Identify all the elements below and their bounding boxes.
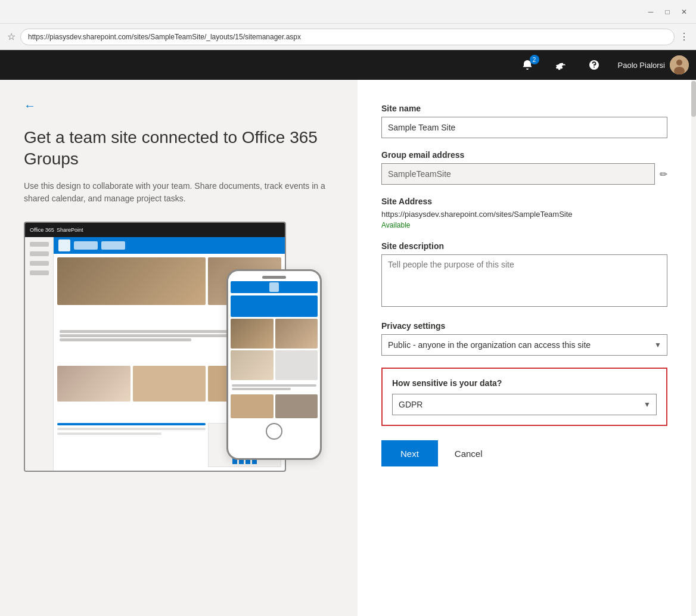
- minimize-button[interactable]: ─: [646, 7, 655, 17]
- privacy-select[interactable]: Public - anyone in the organization can …: [381, 334, 667, 356]
- site-name-input[interactable]: [381, 117, 667, 138]
- phone-header: [231, 281, 318, 293]
- back-button[interactable]: ←: [24, 99, 36, 113]
- phone-screen: [228, 281, 320, 418]
- phone-nav-logo: [269, 282, 279, 292]
- site-description-textarea[interactable]: [381, 254, 667, 307]
- settings-button[interactable]: [544, 50, 577, 80]
- panel-description: Use this design to collaborate with your…: [24, 180, 334, 205]
- mockup-titlebar: Office 365 SharePoint: [25, 223, 285, 237]
- privacy-label: Privacy settings: [381, 321, 667, 331]
- mockup-sidebar-item: [30, 270, 49, 275]
- main-layout: ← Get a team site connected to Office 36…: [0, 80, 696, 616]
- maximize-button[interactable]: □: [663, 7, 672, 17]
- mockup-sidebar-item: [30, 251, 49, 256]
- top-navigation: 2 Paolo Pialorsi: [0, 50, 696, 80]
- avatar: [670, 55, 689, 74]
- mockup-sidebar-item: [30, 242, 49, 247]
- mockup-card-img3: [57, 366, 130, 402]
- privacy-select-wrap: Public - anyone in the organization can …: [381, 334, 667, 356]
- site-address-label: Site Address: [381, 197, 667, 206]
- email-group: Group email address ✏: [381, 150, 667, 185]
- phone-card: [231, 394, 274, 418]
- sensitive-label: How sensitive is your data?: [392, 378, 657, 388]
- site-name-label: Site name: [381, 104, 667, 113]
- email-input-wrap: [381, 163, 655, 185]
- address-bar-input[interactable]: [20, 29, 675, 45]
- phone-home-button: [266, 423, 282, 440]
- scrollbar[interactable]: [691, 80, 696, 616]
- mockup-text-line: [60, 334, 235, 337]
- phone-text-area: [231, 382, 318, 393]
- address-bar-row: ☆ ⋮: [0, 24, 696, 50]
- scroll-thumb[interactable]: [691, 81, 696, 117]
- browser-menu-icon[interactable]: ⋮: [679, 31, 689, 42]
- mockup-header-box: [74, 241, 98, 250]
- phone-card-img1: [231, 319, 274, 349]
- next-button[interactable]: Next: [381, 440, 438, 466]
- user-name-label: Paolo Pialorsi: [618, 61, 666, 70]
- help-button[interactable]: [577, 50, 611, 80]
- available-badge: Available: [381, 221, 667, 229]
- mockup-office-label: Office 365: [30, 227, 54, 233]
- email-row: ✏: [381, 163, 667, 185]
- site-description-group: Site description: [381, 241, 667, 309]
- phone-card-img3: [231, 350, 274, 380]
- mockup-logo: [58, 239, 70, 251]
- mockup-sharepoint-label: SharePoint: [57, 227, 83, 233]
- email-label: Group email address: [381, 150, 667, 160]
- bookmark-icon[interactable]: ☆: [7, 31, 15, 42]
- mockup-chart-bar: [57, 428, 206, 430]
- phone-mockup: [226, 269, 322, 460]
- browser-chrome: ─ □ ✕: [0, 0, 696, 24]
- cancel-button[interactable]: Cancel: [445, 440, 492, 466]
- phone-text-line: [232, 384, 316, 387]
- phone-card: [275, 394, 318, 418]
- site-description-label: Site description: [381, 241, 667, 251]
- panel-title: Get a team site connected to Office 365 …: [24, 127, 334, 170]
- sensitive-select[interactable]: GDPRConfidentialInternal: [392, 394, 657, 415]
- site-name-group: Site name: [381, 104, 667, 138]
- user-area[interactable]: Paolo Pialorsi: [611, 55, 697, 74]
- sensitive-section: How sensitive is your data? GDPRConfiden…: [381, 368, 667, 426]
- site-address-group: Site Address https://piasysdev.sharepoin…: [381, 197, 667, 229]
- edit-icon[interactable]: ✏: [660, 169, 667, 180]
- site-address-url: https://piasysdev.sharepoint.com/sites/S…: [381, 210, 667, 219]
- close-button[interactable]: ✕: [679, 7, 689, 17]
- privacy-group: Privacy settings Public - anyone in the …: [381, 321, 667, 356]
- phone-grid: [231, 295, 318, 418]
- mockup-text-line: [60, 338, 191, 341]
- mockup-card-img1: [57, 257, 206, 305]
- notification-bell[interactable]: 2: [511, 50, 544, 80]
- right-panel: Site name Group email address ✏ Site Add…: [358, 80, 691, 616]
- left-panel: ← Get a team site connected to Office 36…: [0, 80, 358, 616]
- mockup-chart-bar: [57, 433, 161, 435]
- mockup-header-box: [101, 241, 125, 250]
- mockup-header-bar: [54, 237, 285, 254]
- button-row: Next Cancel: [381, 440, 667, 466]
- mockup-sidebar: [25, 237, 54, 471]
- phone-speaker: [262, 276, 286, 279]
- mockup-chart-area: [57, 423, 206, 467]
- notification-badge: 2: [530, 55, 539, 64]
- mockup-chart-bar: [57, 423, 206, 425]
- mockup-area: Office 365 SharePoint: [24, 222, 334, 508]
- mockup-sidebar-item: [30, 261, 49, 266]
- mockup-card: [133, 366, 206, 402]
- phone-text-line: [232, 388, 291, 390]
- phone-card: [275, 350, 318, 380]
- svg-point-1: [676, 60, 682, 66]
- phone-card-img2: [275, 319, 318, 349]
- phone-card-blue: [231, 295, 318, 317]
- email-input[interactable]: [381, 163, 655, 185]
- sensitive-select-wrap: GDPRConfidentialInternal ▼: [392, 394, 657, 415]
